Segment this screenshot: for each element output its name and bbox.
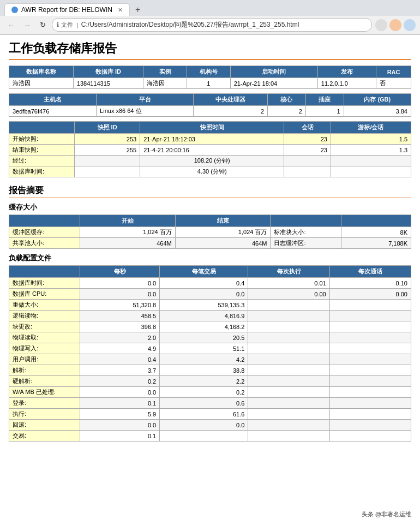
load-row-label: 逻辑读物: bbox=[9, 311, 80, 321]
cache-shared-start: 464M bbox=[80, 238, 176, 249]
ext-btn-2[interactable] bbox=[389, 19, 401, 31]
load-profile-row: 重做大小: 51,320.8 539,135.3 bbox=[9, 300, 411, 311]
db-org-cell: 1 bbox=[187, 78, 230, 89]
load-row-per-call: 0.00 bbox=[329, 289, 411, 300]
load-row-per-call bbox=[329, 365, 411, 376]
host-sockets-cell: 1 bbox=[305, 106, 344, 117]
cache-size-title: 缓存大小 bbox=[9, 202, 411, 212]
host-cpu-cell: 2 bbox=[194, 106, 268, 117]
load-row-per-txn: 4.2 bbox=[160, 354, 248, 365]
back-button[interactable]: ← bbox=[4, 20, 17, 31]
tab-close-button[interactable]: ✕ bbox=[118, 7, 123, 14]
host-col-cpu: 中央处理器 bbox=[194, 94, 268, 106]
snap-row-end: 结束快照: 255 21-4-21 20:00:16 23 1.3 bbox=[9, 145, 411, 156]
snap-end-id: 255 bbox=[75, 145, 140, 156]
snap-start-id: 253 bbox=[75, 134, 140, 145]
load-profile-row: 交易: 0.1 bbox=[9, 431, 411, 442]
load-row-per-exec bbox=[248, 332, 329, 343]
snapshot-table: 快照 ID 快照时间 会话 游标/会话 开始快照: 253 21-Apr-21 … bbox=[9, 121, 411, 177]
load-profile-table: 每秒 每笔交易 每次执行 每次通话 数据库时间: 0.0 0.4 0.01 0.… bbox=[9, 265, 411, 442]
load-row-per-call bbox=[329, 431, 411, 442]
separator: | bbox=[76, 22, 78, 28]
active-tab[interactable]: AWR Report for DB: HELOWIN ✕ bbox=[4, 3, 130, 16]
load-row-per-exec: 0.01 bbox=[248, 278, 329, 289]
cache-row-shared: 共享池大小: 464M 464M 日志缓冲区: 7,188K bbox=[9, 238, 411, 249]
snap-col-cursors: 游标/会话 bbox=[331, 122, 411, 134]
db-info-row: 海浩因 1384114315 海浩因 1 21-Apr-21 18:04 11.… bbox=[9, 78, 411, 89]
load-row-label: 硬解析: bbox=[9, 376, 80, 387]
load-row-per-call bbox=[329, 311, 411, 321]
load-row-label: 用户调用: bbox=[9, 354, 80, 365]
cache-col-val2 bbox=[341, 215, 411, 227]
forward-button[interactable]: → bbox=[21, 20, 34, 31]
extensions-area bbox=[375, 19, 416, 31]
host-col-memory: 内存 (GB) bbox=[344, 94, 411, 106]
snap-col-id: 快照 ID bbox=[75, 122, 140, 134]
db-instance-cell: 海浩因 bbox=[143, 78, 187, 89]
load-row-per-sec: 3.7 bbox=[80, 365, 160, 376]
snap-elapsed-label: 经过: bbox=[9, 156, 75, 166]
cache-size-table: 开始 结束 缓冲区缓存: 1,024 百万 1,024 百万 标准块大小: 8K… bbox=[9, 214, 411, 249]
cache-shared-label: 共享池大小: bbox=[9, 238, 80, 249]
load-row-per-call bbox=[329, 321, 411, 332]
url-text: C:/Users/Administrator/Desktop/问题%205.27… bbox=[81, 20, 367, 29]
new-tab-button[interactable]: + bbox=[132, 5, 143, 15]
host-col-sockets: 插座 bbox=[305, 94, 344, 106]
load-row-label: 重做大小: bbox=[9, 300, 80, 311]
load-profile-row: 物理写入: 4.9 51.1 bbox=[9, 343, 411, 354]
db-col-start: 启动时间 bbox=[230, 66, 317, 78]
load-row-per-txn bbox=[160, 431, 248, 442]
db-col-id: 数据库 ID bbox=[73, 66, 143, 78]
db-col-name: 数据库名称 bbox=[9, 66, 74, 78]
load-profile-row: 硬解析: 0.2 2.2 bbox=[9, 376, 411, 387]
load-row-per-exec bbox=[248, 398, 329, 409]
snap-row-elapsed: 经过: 108.20 (分钟) bbox=[9, 156, 411, 166]
load-row-per-sec: 0.0 bbox=[80, 387, 160, 398]
load-row-per-sec: 51,320.8 bbox=[80, 300, 160, 311]
load-config-title: 负载配置文件 bbox=[9, 253, 411, 263]
load-row-per-exec bbox=[248, 343, 329, 354]
load-row-per-call bbox=[329, 343, 411, 354]
load-row-per-exec bbox=[248, 376, 329, 387]
load-profile-row: 数据库时间: 0.0 0.4 0.01 0.10 bbox=[9, 278, 411, 289]
cache-shared-label2: 日志缓冲区: bbox=[271, 238, 341, 249]
load-row-per-sec: 396.8 bbox=[80, 321, 160, 332]
snap-end-cursors: 1.3 bbox=[331, 145, 411, 156]
db-name-cell: 海浩因 bbox=[9, 78, 74, 89]
snap-dbtime-id bbox=[75, 166, 140, 177]
cache-buffer-label2: 标准块大小: bbox=[271, 227, 341, 238]
load-row-label: 物理读取: bbox=[9, 332, 80, 343]
address-bar[interactable]: ℹ 文件 | C:/Users/Administrator/Desktop/问题… bbox=[52, 18, 372, 32]
snap-row-dbtime: 数据库时间: 4.30 (分钟) bbox=[9, 166, 411, 177]
ext-btn-3[interactable] bbox=[404, 19, 416, 31]
ext-btn-1[interactable] bbox=[375, 19, 387, 31]
snap-start-cursors: 1.5 bbox=[331, 134, 411, 145]
snap-col-empty bbox=[9, 122, 75, 134]
snap-end-sessions: 23 bbox=[284, 145, 331, 156]
load-row-per-sec: 0.0 bbox=[80, 278, 160, 289]
load-row-per-txn: 0.2 bbox=[160, 387, 248, 398]
load-profile-row: 回滚: 0.0 0.0 bbox=[9, 420, 411, 431]
load-row-per-sec: 458.5 bbox=[80, 311, 160, 321]
load-row-per-sec: 2.0 bbox=[80, 332, 160, 343]
load-row-per-sec: 0.0 bbox=[80, 289, 160, 300]
host-col-name: 主机名 bbox=[9, 94, 97, 106]
load-row-per-sec: 0.1 bbox=[80, 431, 160, 442]
load-row-per-sec: 0.4 bbox=[80, 354, 160, 365]
load-row-per-call bbox=[329, 409, 411, 420]
snap-dbtime-cursors bbox=[331, 166, 411, 177]
refresh-button[interactable]: ↻ bbox=[37, 20, 49, 30]
load-row-per-call bbox=[329, 398, 411, 409]
db-col-org: 机构号 bbox=[187, 66, 230, 78]
load-profile-row: 用户调用: 0.4 4.2 bbox=[9, 354, 411, 365]
load-profile-row: 逻辑读物: 458.5 4,816.9 bbox=[9, 311, 411, 321]
snap-dbtime-time: 4.30 (分钟) bbox=[140, 166, 284, 177]
load-profile-row: W/A MB 已处理: 0.0 0.2 bbox=[9, 387, 411, 398]
load-row-label: W/A MB 已处理: bbox=[9, 387, 80, 398]
load-row-per-call bbox=[329, 332, 411, 343]
load-profile-row: 数据库 CPU: 0.0 0.0 0.00 0.00 bbox=[9, 289, 411, 300]
load-row-per-exec bbox=[248, 321, 329, 332]
cache-buffer-start: 1,024 百万 bbox=[80, 227, 176, 238]
cache-shared-end: 464M bbox=[175, 238, 271, 249]
load-row-label: 回滚: bbox=[9, 420, 80, 431]
